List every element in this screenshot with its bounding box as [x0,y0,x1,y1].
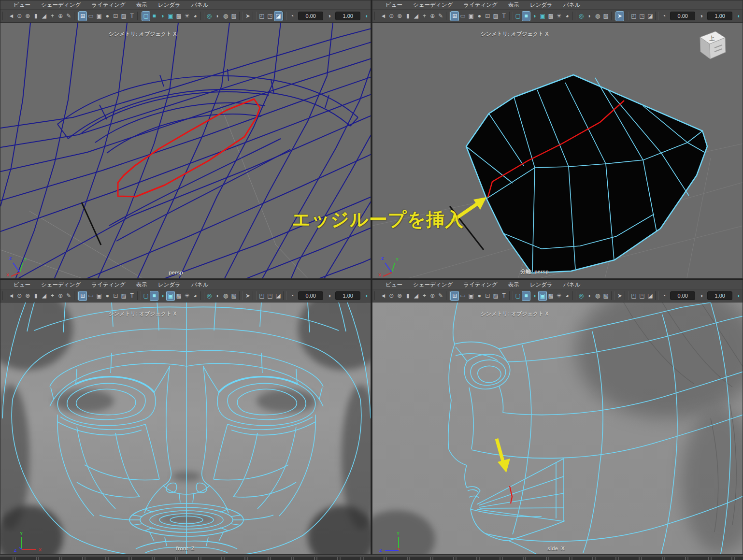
motion-balls-icon[interactable]: ◗ [586,12,593,21]
snapshot-copy-icon[interactable]: ◰ [258,12,266,21]
camera-lock-icon[interactable]: ⊙ [15,12,23,21]
field-chart-icon[interactable]: ⊡ [484,291,491,301]
isolated-polygon-object[interactable] [466,75,707,273]
view-cube[interactable]: 上 [691,29,729,63]
snapshot-paste-icon[interactable]: ◳ [266,291,274,301]
shaded-icon[interactable]: ■ [150,12,158,21]
menu-show[interactable]: 表示 [503,281,525,288]
camera-gear-icon[interactable]: ⊛ [396,12,403,21]
camera-gear-icon[interactable]: ⊛ [24,291,31,301]
menu-show[interactable]: 表示 [131,1,153,9]
motion-balls-icon[interactable]: ◗ [214,291,221,301]
zoom-region-icon[interactable]: ⊕ [429,12,436,21]
menu-renderer[interactable]: レンダラ [525,1,558,9]
gate-mask-icon[interactable]: ● [475,291,483,301]
safe-action-icon[interactable]: ▨ [120,12,128,21]
menu-view[interactable]: ビュー [8,281,36,288]
menu-lighting[interactable]: ライティング [86,281,131,288]
exposure-icon[interactable]: ◔ [660,12,668,21]
gamma-field[interactable]: 1.00 [335,291,360,300]
clip-teal-icon[interactable]: ◖ [363,12,371,21]
field-chart-icon[interactable]: ⊡ [484,12,491,21]
exposure-field[interactable]: 0.00 [670,291,695,300]
wireframe-icon[interactable]: ▢ [514,12,522,21]
exposure-field[interactable]: 0.00 [670,12,695,20]
snapshot-copy-icon[interactable]: ◰ [630,291,638,301]
half-shaded-icon[interactable]: ◑ [158,12,166,21]
menu-shading[interactable]: シェーディング [36,281,86,288]
resolution-gate-icon[interactable]: ▣ [95,12,103,21]
shaded-icon[interactable]: ■ [522,12,530,21]
menu-lighting[interactable]: ライティング [458,281,503,288]
shadows-icon[interactable]: ◕ [191,291,199,301]
film-gate-icon[interactable]: ▭ [459,291,467,301]
half-shaded-icon[interactable]: ◑ [530,12,538,21]
zoom-region-icon[interactable]: ⊕ [429,291,436,301]
menu-panels[interactable]: パネル [186,281,214,288]
brush-icon[interactable]: ◢ [412,291,420,301]
viewport-side[interactable]: ビューシェーディングライティング表示レンダラパネル ◄⊙⊛▮◢+⊕✎⊞▭▣●⊡▨… [372,280,743,555]
viewport-persp-wireframe[interactable]: ビューシェーディングライティング表示レンダラパネル ◄⊙⊛▮◢+⊕✎⊞▭▣●⊡▨… [0,0,371,279]
lights-icon[interactable]: ☀ [555,12,563,21]
pan-zoom-2d-icon[interactable]: + [420,291,428,301]
contrast-icon[interactable]: ◑ [326,291,333,301]
safe-title-icon[interactable]: T [128,12,136,21]
textured-icon[interactable]: ▣ [167,291,174,301]
resolution-gate-icon[interactable]: ▣ [467,291,475,301]
exposure-icon[interactable]: ◔ [288,291,296,301]
camera-icon[interactable]: ◄ [379,12,387,21]
occlusion-icon[interactable]: ◍ [594,291,601,301]
motion-balls-icon[interactable]: ◗ [214,12,221,21]
contrast-icon[interactable]: ◑ [698,12,705,21]
bookmark-icon[interactable]: ▮ [32,12,40,21]
persp-isolated-content[interactable]: 上 シンメトリ: オブジェクト X 分離: persp Y Z X [372,23,743,278]
lights-icon[interactable]: ☀ [183,12,191,21]
persp-wireframe-content[interactable]: シンメトリ: オブジェクト X persp Y Z X [0,23,371,278]
motion-balls-icon[interactable]: ◗ [586,291,593,301]
safe-title-icon[interactable]: T [500,291,508,301]
viewport-persp-isolated[interactable]: ビューシェーディングライティング表示レンダラパネル ◄⊙⊛▮◢+⊕✎⊞▭▣●⊡▨… [372,0,743,279]
gamma-field[interactable]: 1.00 [707,12,732,20]
snapshot-paste-icon[interactable]: ◳ [266,12,274,21]
grid-icon[interactable]: ⊞ [79,12,86,21]
half-shaded-icon[interactable]: ◑ [158,291,166,301]
menu-renderer[interactable]: レンダラ [153,281,186,288]
menu-show[interactable]: 表示 [131,281,153,288]
exposure-icon[interactable]: ◔ [660,291,668,301]
viewport-front[interactable]: ビューシェーディングライティング表示レンダラパネル ◄⊙⊛▮◢+⊕✎⊞▭▣●⊡▨… [0,280,371,555]
pan-zoom-2d-icon[interactable]: + [48,291,56,301]
side-view-content[interactable]: シンメトリ: オブジェクト X side -X Y Z [372,302,743,554]
contrast-icon[interactable]: ◑ [698,291,705,301]
camera-icon[interactable]: ◄ [7,291,15,301]
grid-icon[interactable]: ⊞ [451,291,458,301]
checker-icon[interactable]: ▩ [547,291,555,301]
camera-gear-icon[interactable]: ⊛ [24,12,31,21]
exposure-field[interactable]: 0.00 [298,12,323,20]
wireframe-icon[interactable]: ▢ [514,291,522,301]
half-shaded-icon[interactable]: ◑ [530,291,538,301]
gate-mask-icon[interactable]: ● [103,291,111,301]
shaded-icon[interactable]: ■ [522,291,530,301]
isolate-select-icon[interactable]: ◪ [646,12,654,21]
textured-icon[interactable]: ▣ [167,12,174,21]
camera-icon[interactable]: ◄ [7,12,15,21]
checker-icon[interactable]: ▩ [547,12,555,21]
clip-teal-icon[interactable]: ◖ [363,291,371,301]
camera-lock-icon[interactable]: ⊙ [387,12,395,21]
checker-icon[interactable]: ▩ [175,291,183,301]
gamma-field[interactable]: 1.00 [707,291,732,300]
brush-icon[interactable]: ◢ [40,12,48,21]
timeline-strip[interactable] [0,555,743,560]
menu-view[interactable]: ビュー [8,1,36,9]
textured-icon[interactable]: ▣ [539,12,546,21]
xray-icon[interactable]: ▧ [230,12,238,21]
isolate-select-icon[interactable]: ◪ [274,291,282,301]
grease-pencil-icon[interactable]: ✎ [437,12,444,21]
film-gate-icon[interactable]: ▭ [87,291,95,301]
clip-teal-icon[interactable]: ◖ [735,12,743,21]
gpu-cache-icon[interactable]: ◎ [577,291,585,301]
exposure-icon[interactable]: ◔ [288,12,296,21]
shaded-icon[interactable]: ■ [150,291,158,301]
menu-renderer[interactable]: レンダラ [153,1,186,9]
bookmark-icon[interactable]: ▮ [404,12,412,21]
